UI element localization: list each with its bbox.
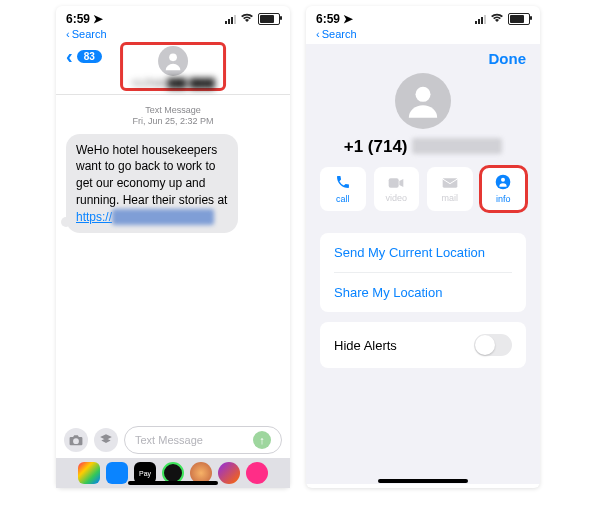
svg-point-5 [501,178,505,182]
send-current-location[interactable]: Send My Current Location [320,233,526,272]
message-input-placeholder: Text Message [135,434,203,446]
unread-count-badge: 83 [77,50,102,63]
cellular-signal-icon [225,14,236,24]
wifi-icon [240,12,254,26]
back-button[interactable]: ‹ 83 [66,46,102,66]
mail-icon [442,176,458,191]
svg-rect-2 [389,178,399,187]
imessage-app-dock: Pay [56,458,290,488]
message-meta: Text Message Fri, Jun 25, 2:32 PM [56,105,290,128]
phone-icon [335,174,351,192]
svg-point-0 [169,53,177,61]
video-button[interactable]: video [374,167,420,211]
redacted-number [412,138,502,154]
location-arrow-icon: ➤ [93,12,103,26]
video-icon [388,176,404,191]
location-section: Send My Current Location Share My Locati… [320,233,526,312]
message-meta-timestamp: Fri, Jun 25, 2:32 PM [56,116,290,127]
search-breadcrumb-label: Search [72,28,107,40]
message-input[interactable]: Text Message ↑ [124,426,282,454]
photos-app-icon[interactable] [78,462,100,484]
chevron-left-icon: ‹ [66,28,70,40]
contact-action-row: call video mail info [306,167,540,223]
sticker-app-icon[interactable] [218,462,240,484]
call-label: call [336,194,350,204]
svg-rect-3 [442,178,457,187]
incoming-message-bubble[interactable]: WeHo hotel housekeepers want to go back … [66,134,238,234]
camera-button[interactable] [64,428,88,452]
mail-label: mail [441,193,458,203]
contact-card-screen: 6:59 ➤ ‹ Search Done +1 (714) [306,6,540,488]
hide-alerts-label: Hide Alerts [334,338,397,353]
home-indicator[interactable] [128,481,218,485]
search-breadcrumb-label: Search [322,28,357,40]
music-app-icon[interactable] [246,462,268,484]
app-drawer-button[interactable] [94,428,118,452]
compose-bar: Text Message ↑ [56,422,290,458]
messages-conversation-screen: 6:59 ➤ ‹ Search ‹ 83 +1 (714) ███-████ T… [56,6,290,488]
home-indicator[interactable] [378,479,468,483]
mail-button[interactable]: mail [427,167,473,211]
svg-point-4 [496,175,511,190]
share-my-location[interactable]: Share My Location [320,273,526,312]
contact-number-small: +1 (714) ███-████ [131,78,215,88]
alerts-section: Hide Alerts [320,322,526,368]
appstore-app-icon[interactable] [106,462,128,484]
contact-number-large: +1 (714) [306,137,540,157]
clock: 6:59 [66,12,90,26]
done-button[interactable]: Done [489,50,527,67]
wifi-icon [490,12,504,26]
chevron-left-icon: ‹ [66,46,73,66]
search-breadcrumb[interactable]: ‹ Search [306,28,540,44]
location-arrow-icon: ➤ [343,12,353,26]
cellular-signal-icon [475,14,486,24]
battery-icon [258,13,280,25]
hide-alerts-row: Hide Alerts [320,322,526,368]
info-button-highlight[interactable]: info [481,167,527,211]
message-text: WeHo hotel housekeepers want to go back … [76,143,227,207]
clock: 6:59 [316,12,340,26]
status-bar: 6:59 ➤ [306,6,540,28]
chevron-left-icon: ‹ [316,28,320,40]
info-label: info [496,194,511,204]
battery-icon [508,13,530,25]
message-meta-type: Text Message [56,105,290,116]
hide-alerts-toggle[interactable] [474,334,512,356]
send-button[interactable]: ↑ [253,431,271,449]
status-bar: 6:59 ➤ [56,6,290,28]
avatar-large [395,73,451,129]
person-info-icon [495,174,511,192]
video-label: video [385,193,407,203]
contact-header-highlight[interactable]: +1 (714) ███-████ [120,42,226,91]
message-link[interactable]: https://████████████ [76,210,214,224]
conversation-nav: ‹ 83 +1 (714) ███-████ [56,44,290,95]
call-button[interactable]: call [320,167,366,211]
avatar [158,46,188,76]
svg-point-1 [416,87,431,102]
